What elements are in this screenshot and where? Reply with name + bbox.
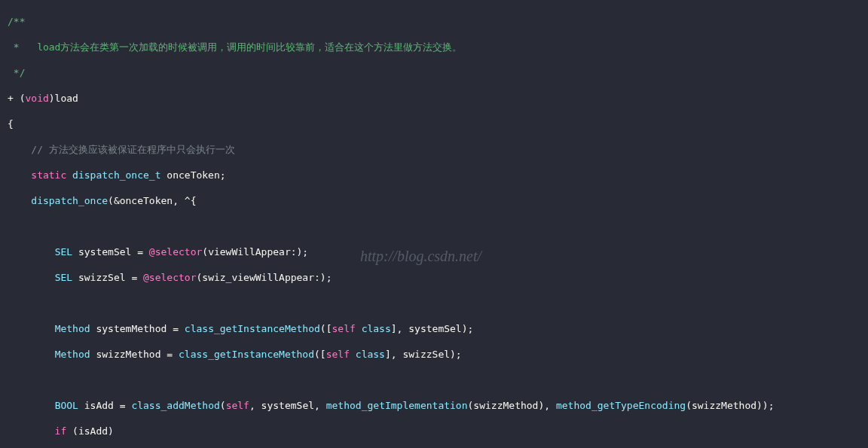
if-kw: if — [8, 425, 66, 437]
sel-type2: SEL — [55, 272, 72, 283]
method-type: Method — [55, 323, 90, 334]
at-selector: @selector — [149, 246, 202, 258]
system-method-decl: systemMethod = — [90, 323, 185, 334]
class-get-instance-method2: class_getInstanceMethod — [179, 349, 314, 360]
load-decl: )load — [49, 93, 78, 104]
swiz-view-will-appear-sel: (swiz_viewWillAppear:); — [196, 272, 332, 283]
doc-comment-end: */ — [8, 67, 25, 78]
class-get-instance-method: class_getInstanceMethod — [185, 323, 320, 334]
comment-line: // 方法交换应该被保证在程序中只会执行一次 — [8, 144, 235, 155]
method-type2: Method — [55, 349, 90, 360]
doc-comment-body: * load方法会在类第一次加载的时候被调用，调用的时间比较靠前，适合在这个方法… — [8, 41, 462, 53]
class-add-method: class_addMethod — [131, 400, 219, 411]
view-will-appear-sel: (viewWillAppear:); — [202, 246, 308, 258]
is-add-decl: isAdd = — [78, 400, 131, 411]
method-plus: + ( — [8, 93, 25, 104]
system-sel-decl: systemSel = — [72, 246, 149, 258]
if-cond: (isAdd) — [66, 425, 114, 437]
sel-type: SEL — [55, 246, 72, 258]
swizz-sel-decl: swizzSel = — [72, 272, 143, 283]
method-get-type-encoding: method_getTypeEncoding — [556, 400, 686, 411]
bool-type: BOOL — [55, 400, 78, 411]
swizz-method-decl: swizzMethod = — [90, 349, 179, 360]
open-brace: { — [8, 118, 14, 130]
dispatch-once: dispatch_once — [8, 195, 108, 206]
static-kw: static — [8, 169, 72, 181]
method-get-implementation: method_getImplementation — [326, 400, 468, 411]
void-keyword: void — [25, 93, 48, 104]
dispatch-once-args: (&onceToken, ^{ — [108, 195, 196, 206]
code-editor[interactable]: /** * load方法会在类第一次加载的时候被调用，调用的时间比较靠前，适合在… — [0, 0, 868, 448]
at-selector2: @selector — [143, 272, 196, 283]
once-token: onceToken; — [161, 169, 226, 181]
doc-comment: /** — [8, 16, 25, 27]
dispatch-once-t: dispatch_once_t — [72, 169, 160, 181]
self-kw: self — [332, 323, 356, 334]
